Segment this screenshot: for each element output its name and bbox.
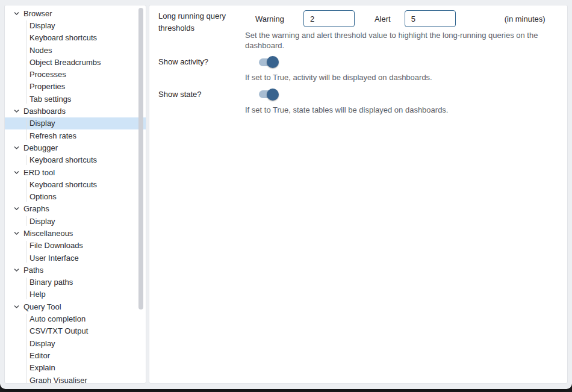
tree-item-label: Keyboard shortcuts	[30, 155, 97, 164]
tree-group-label: Browser	[23, 9, 52, 18]
preferences-dialog: BrowserDisplayKeyboard shortcutsNodesObj…	[0, 0, 572, 389]
tree-item-label: Graph Visualiser	[30, 376, 87, 384]
tree-group-paths[interactable]: Paths	[5, 264, 146, 276]
tree-connector-line	[26, 119, 27, 141]
tree-scrollbar-thumb[interactable]	[138, 8, 143, 310]
tree-children-debugger: Keyboard shortcuts	[5, 154, 146, 166]
chevron-down-icon[interactable]	[13, 108, 20, 115]
tree-item-label: Display	[30, 21, 55, 30]
tree-item-label: Display	[30, 339, 55, 348]
tree-connector-line	[26, 314, 27, 384]
preferences-tree-panel: BrowserDisplayKeyboard shortcutsNodesObj…	[4, 5, 146, 384]
show-activity-toggle[interactable]	[259, 56, 279, 68]
tree-group-label: Paths	[23, 266, 43, 275]
chevron-down-icon[interactable]	[13, 229, 20, 237]
tree-group-label: Debugger	[23, 143, 58, 152]
chevron-down-icon[interactable]	[13, 169, 20, 176]
tree-group-debugger[interactable]: Debugger	[5, 142, 146, 154]
tree-children-miscellaneous: File DownloadsUser Interface	[5, 240, 146, 264]
tree-group-browser[interactable]: Browser	[5, 7, 146, 19]
toggle-knob	[267, 89, 279, 101]
thresholds-help-text: Set the warning and alert threshold valu…	[245, 31, 549, 51]
tree-group-query-tool[interactable]: Query Tool	[5, 300, 146, 313]
tree-children-browser: DisplayKeyboard shortcutsNodesObject Bre…	[5, 19, 146, 105]
tree-item-label: Auto completion	[30, 314, 85, 323]
tree-item-label: Help	[30, 290, 46, 299]
alert-input[interactable]	[405, 10, 456, 27]
tree-group-label: Miscellaneous	[23, 229, 73, 238]
warning-input[interactable]	[303, 10, 355, 27]
chevron-down-icon[interactable]	[13, 10, 20, 17]
tree-item-label: Display	[30, 217, 55, 226]
toggle-knob	[267, 56, 279, 68]
show-activity-label: Show activity?	[158, 56, 245, 83]
tree-item-label: Properties	[30, 82, 65, 91]
tree-group-dashboards[interactable]: Dashboards	[5, 105, 146, 117]
tree-item-label: Nodes	[30, 46, 52, 55]
tree-item-label: User Interface	[30, 254, 79, 263]
thresholds-label: Long running query thresholds	[158, 10, 245, 51]
unit-label: (in minutes)	[505, 14, 546, 23]
tree-children-paths: Binary pathsHelp	[5, 276, 146, 301]
tree-group-label: Query Tool	[23, 302, 61, 311]
tree-item-label: Object Breadcrumbs	[30, 58, 101, 67]
chevron-down-icon[interactable]	[13, 144, 20, 151]
tree-item-label: Binary paths	[30, 278, 73, 287]
tree-group-graphs[interactable]: Graphs	[5, 203, 146, 215]
tree-group-label: ERD tool	[23, 168, 55, 177]
show-state-label: Show state?	[158, 89, 245, 116]
warning-label: Warning	[255, 14, 284, 23]
preferences-content-panel: Long running query thresholds Warning Al…	[149, 5, 568, 384]
tree-children-graphs: Display	[5, 215, 146, 227]
tree-item-label: Refresh rates	[30, 131, 76, 140]
tree-item-label: Editor	[30, 351, 50, 360]
tree-connector-line	[26, 155, 27, 165]
tree-connector-line	[26, 241, 27, 263]
tree-connector-line	[26, 20, 27, 104]
chevron-down-icon[interactable]	[13, 205, 20, 213]
show-activity-help-text: If set to True, activity will be display…	[245, 73, 549, 83]
tree-item-label: File Downloads	[30, 241, 83, 250]
pref-row-show-activity: Show activity? If set to True, activity …	[158, 56, 558, 83]
tree-connector-line	[26, 278, 27, 300]
tree-group-miscellaneous[interactable]: Miscellaneous	[5, 227, 146, 239]
tree-children-erd-tool: Keyboard shortcutsOptions	[5, 178, 146, 203]
tree-item-label: Options	[30, 192, 57, 201]
tree-children-dashboards: DisplayRefresh rates	[5, 117, 146, 142]
show-state-toggle[interactable]	[259, 89, 279, 101]
tree-item-label: Keyboard shortcuts	[30, 33, 97, 42]
tree-group-erd-tool[interactable]: ERD tool	[5, 166, 146, 178]
pref-row-show-state: Show state? If set to True, state tables…	[158, 89, 558, 116]
tree-item-label: Explain	[30, 363, 55, 372]
preferences-tree: BrowserDisplayKeyboard shortcutsNodesObj…	[5, 5, 146, 384]
tree-children-query-tool: Auto completionCSV/TXT OutputDisplayEdit…	[5, 313, 146, 384]
chevron-down-icon[interactable]	[13, 303, 20, 310]
tree-connector-line	[26, 179, 27, 202]
tree-item-label: Processes	[30, 70, 66, 79]
tree-connector-line	[26, 216, 27, 226]
tree-group-label: Dashboards	[23, 107, 66, 116]
pref-row-long-running-query-thresholds: Long running query thresholds Warning Al…	[158, 10, 558, 51]
chevron-down-icon[interactable]	[13, 266, 20, 273]
tree-item-label: Keyboard shortcuts	[30, 180, 97, 189]
alert-label: Alert	[375, 14, 391, 23]
tree-item-label: Display	[30, 119, 55, 128]
tree-group-label: Graphs	[23, 204, 49, 213]
tree-item-label: Tab settings	[30, 95, 71, 104]
tree-item-label: CSV/TXT Output	[30, 326, 88, 335]
show-state-help-text: If set to True, state tables will be dis…	[245, 105, 549, 116]
